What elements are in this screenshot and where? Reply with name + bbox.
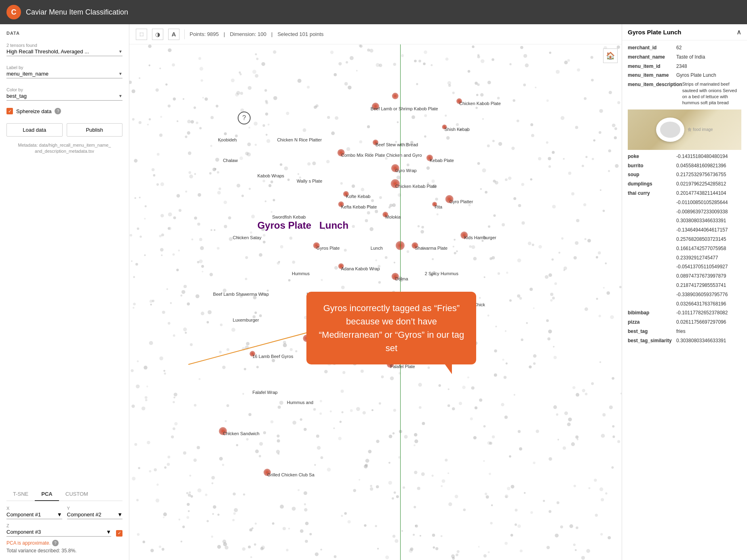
z-checkbox[interactable] [116,530,122,537]
z-arrow-icon: ▼ [106,529,111,535]
field-key: dumplings [628,181,676,187]
pca-help-icon[interactable]: ? [52,540,59,546]
detail-field-row: 0.21874172985553741 [628,282,741,289]
field-key: menu_item_description [628,81,682,106]
label-by-value: menu_item_name [6,71,49,77]
tab-tsne[interactable]: T-SNE [6,488,35,501]
detail-field-row: dumplings 0.02197962254285812 [628,181,741,187]
field-value: -0.10117782652378082 [676,309,728,316]
z-dropdown[interactable]: Component #3 ▼ [6,529,111,537]
viz-toolbar: ⬚ ◑ A Points: 9895 | Dimension: 100 | Se… [129,24,622,44]
viz-canvas[interactable]: ? 🏠 Chicken Kabob PlateBeef Lamb or Shri… [129,44,622,560]
detail-panel-title: Gyros Plate Lunch [628,29,682,36]
color-by-field: Color by best_tag ▼ [6,84,122,101]
x-value: Component #1 [6,512,41,518]
y-value: Component #2 [67,512,101,518]
food-image: 食 food image [628,109,741,150]
detail-field-row: menu_item_name Gyros Plate Lunch [628,72,741,79]
selected-label: Selected 101 points [277,31,323,37]
detail-panel-header: Gyros Plate Lunch ∧ [622,24,747,40]
detail-field-row: soup 0.21725329756736755 [628,171,741,178]
detail-field-row: 0.03266431763768196 [628,301,741,307]
pca-warning-text: PCA is approximate. [6,540,51,546]
detail-field-row: menu_item_id 2348 [628,63,741,70]
field-key [628,255,676,261]
y-dropdown[interactable]: Component #2 ▼ [67,512,123,519]
load-data-button[interactable]: Load data [6,123,63,137]
field-value: 0.30380803346633391 [676,337,726,344]
sphereize-help-icon[interactable]: ? [55,108,61,114]
z-value: Component #3 [6,529,41,535]
viz-area: ⬚ ◑ A Points: 9895 | Dimension: 100 | Se… [129,24,622,560]
detail-field-row: -0.05413705110549927 [628,263,741,270]
data-section: DATA [6,31,122,37]
field-value: Strips of marinated beef sauteed with on… [682,81,741,106]
sphereize-checkbox[interactable] [6,108,13,114]
field-key: best_tag_similarity [628,337,676,344]
field-value: 0.21874172985553741 [676,282,726,289]
toolbar-separator2: | [271,31,272,37]
sidebar: DATA 2 tensors found High Recall Thresho… [0,24,129,560]
x-axis-field: X Component #1 ▼ [6,506,62,519]
z-label: Z [6,523,111,528]
tensor-arrow-icon: ▼ [118,49,122,54]
detail-field-row: 0.25768208503723145 [628,236,741,243]
field-key [628,273,676,280]
field-key [628,217,676,224]
field-key: soup [628,171,676,178]
selection-icon[interactable]: ⬚ [136,29,147,40]
field-key [628,208,676,215]
tab-pca[interactable]: PCA [35,488,59,501]
detail-field-row: -0.33890360593795776 [628,291,741,298]
variance-text: Total variance described: 35.8%. [6,548,122,554]
detail-field-row: best_tag fries [628,328,741,335]
label-by-dropdown[interactable]: menu_item_name ▼ [6,71,122,78]
label-icon[interactable]: A [168,29,179,40]
color-by-dropdown[interactable]: best_tag ▼ [6,93,122,101]
x-dropdown[interactable]: Component #1 ▼ [6,512,62,519]
label-by-arrow-icon: ▼ [118,72,122,76]
label-by-field: Label by menu_item_name ▼ [6,62,122,78]
field-value: -0.33890360593795776 [676,291,728,298]
viz-tabs: T-SNE PCA CUSTOM [6,488,122,501]
field-value: 0.03266431763768196 [676,301,726,307]
field-value: 0.20147743821144104 [676,190,726,197]
field-value: 62 [676,44,682,51]
field-value: 0.08974737673997879 [676,273,726,280]
collapse-button[interactable]: ∧ [736,28,741,36]
tensor-dropdown[interactable]: High Recall Threshold, Averaged ... ▼ [6,48,122,56]
field-key [628,245,676,252]
detail-field-row: pizza 0.02611756697297096 [628,319,741,326]
detail-field-row: poke -0.14315180480480194 [628,153,741,160]
field-key [628,282,676,289]
detail-field-row: -0.00896397233009338 [628,208,741,215]
app-logo: C [6,5,21,19]
label-by-label: Label by [6,65,122,70]
field-key: merchant_id [628,44,676,51]
x-label: X [6,506,62,511]
points-label: Points: 9895 [190,31,219,37]
question-icon[interactable]: ? [238,112,251,124]
field-value: 0.25768208503723145 [676,236,726,243]
night-mode-icon[interactable]: ◑ [152,29,163,40]
detail-field-row: thai curry 0.20147743821144104 [628,190,741,197]
publish-button[interactable]: Publish [67,123,123,137]
field-key: merchant_name [628,54,676,61]
home-button[interactable]: 🏠 [603,48,618,63]
metadata-text: Metadata: data/high_recall_menu_item_nam… [6,142,122,155]
detail-field-row: merchant_id 62 [628,44,741,51]
detail-fields: merchant_id 62 merchant_name Taste of In… [628,44,741,344]
field-key: thai curry [628,190,676,197]
color-by-label: Color by [6,87,122,92]
field-key: best_tag [628,328,676,335]
tooltip-text: Gyros incorrectly tagged as “Fries” beca… [319,303,464,353]
field-key [628,227,676,234]
action-buttons: Load data Publish [6,123,122,137]
toolbar-separator: | [224,31,225,37]
detail-field-row: menu_item_description Strips of marinate… [628,81,741,106]
xy-axis-row: X Component #1 ▼ Y Component #2 ▼ [6,506,122,519]
field-value: 0.02611756697297096 [676,319,726,326]
pca-warning: PCA is approximate. ? [6,540,122,546]
detail-field-row: 0.08974737673997879 [628,273,741,280]
tab-custom[interactable]: CUSTOM [59,488,95,501]
